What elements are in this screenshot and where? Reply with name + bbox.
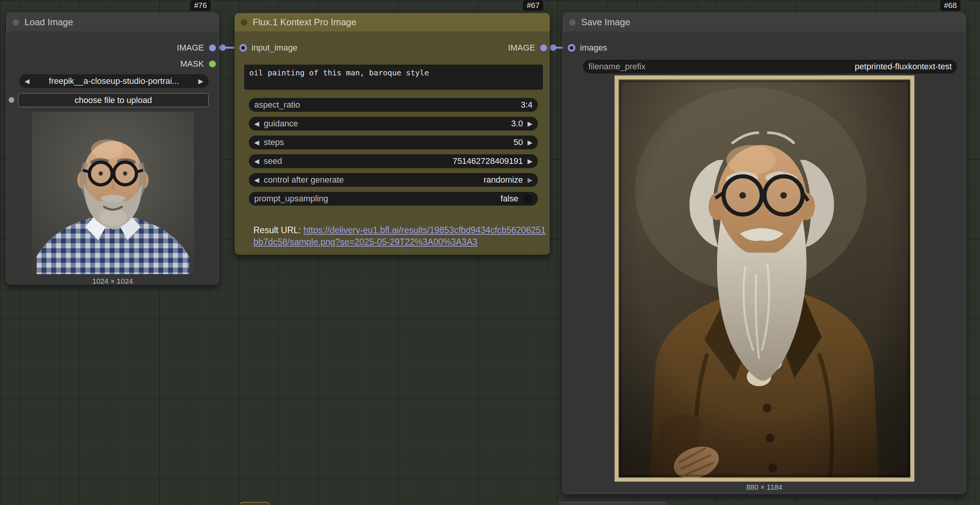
output-slot-dot-image[interactable] — [540, 44, 547, 51]
widget-value: 3.0 — [511, 119, 523, 129]
choose-file-button[interactable]: choose file to upload — [18, 93, 209, 107]
widget-guidance[interactable]: ◀ guidance 3.0 ▶ — [249, 117, 538, 131]
widget-label: aspect_ratio — [254, 100, 300, 110]
image-file-combo-widget[interactable]: ◀ freepik__a-closeup-studio-portrai... ▶ — [19, 74, 209, 88]
decrement-arrow-icon[interactable]: ◀ — [254, 121, 259, 127]
output-slot-dot-mask[interactable] — [209, 60, 216, 67]
node-save-image: Save Image images filename_prefix petpri… — [563, 13, 966, 494]
widget-label: guidance — [264, 119, 298, 129]
increment-arrow-icon[interactable]: ▶ — [528, 139, 532, 146]
widget-label: filename_prefix — [588, 62, 645, 72]
widget-label: steps — [264, 137, 284, 147]
widget-filename-prefix[interactable]: filename_prefix petprinted-fluxkontext-t… — [583, 60, 957, 74]
node-id-badge-save: #68 — [940, 0, 960, 11]
input-slot-label-input-image: input_image — [252, 42, 297, 53]
widget-value: petprinted-fluxkontext-test — [855, 62, 952, 72]
node-header-flux[interactable]: Flux.1 Kontext Pro Image — [235, 13, 550, 31]
node-title: Save Image — [581, 17, 630, 28]
widget-steps[interactable]: ◀ steps 50 ▶ — [249, 136, 538, 149]
node-title: Load Image — [24, 17, 73, 28]
prompt-textarea[interactable]: oil painting of this man, baroque style — [244, 65, 543, 90]
output-slot-label-image: IMAGE — [177, 42, 204, 53]
widget-prompt-upsampling[interactable]: prompt_upsampling false — [249, 192, 538, 206]
input-slot-label-images: images — [580, 42, 607, 53]
widget-aspect-ratio[interactable]: aspect_ratio 3:4 — [249, 98, 538, 112]
link-midpoint-dot[interactable] — [219, 44, 226, 51]
partial-node-top-edge[interactable] — [558, 502, 668, 505]
decrement-arrow-icon[interactable]: ◀ — [254, 139, 259, 146]
node-graph-canvas[interactable]: #76 #67 #68 Load Image IMAGE MASK ◀ free… — [0, 0, 980, 505]
prev-option-arrow-icon[interactable]: ◀ — [254, 177, 259, 183]
widget-value: false — [501, 194, 518, 204]
widget-label: prompt_upsampling — [254, 194, 328, 204]
input-slot-dot-input-image[interactable] — [239, 44, 247, 52]
node-header-load-image[interactable]: Load Image — [7, 13, 219, 31]
widget-label: control after generate — [264, 175, 344, 185]
widget-value: 3:4 — [521, 100, 532, 110]
collapse-dot-icon[interactable] — [569, 19, 576, 26]
next-option-arrow-icon[interactable]: ▶ — [528, 177, 532, 183]
output-slot-label-image: IMAGE — [508, 42, 535, 53]
node-flux-kontext-pro: Flux.1 Kontext Pro Image input_image IMA… — [234, 13, 550, 255]
prompt-upsampling-toggle[interactable] — [523, 194, 532, 204]
increment-arrow-icon[interactable]: ▶ — [528, 158, 532, 165]
decrement-arrow-icon[interactable]: ◀ — [254, 158, 259, 165]
result-url-prefix: Result URL: — [253, 225, 303, 235]
combo-value: freepik__a-closeup-studio-portrai... — [29, 76, 198, 86]
result-url-text: Result URL: https://delivery-eu1.bfl.ai/… — [253, 224, 548, 248]
node-header-save-image[interactable]: Save Image — [563, 13, 965, 31]
link-midpoint-dot[interactable] — [550, 44, 556, 51]
widget-value: randomize — [483, 175, 523, 185]
collapse-dot-icon[interactable] — [13, 19, 19, 26]
save-image-preview[interactable] — [614, 75, 915, 482]
widget-seed[interactable]: ◀ seed 751462728409191 ▶ — [249, 154, 538, 168]
node-load-image: Load Image IMAGE MASK ◀ freepik__a-close… — [6, 13, 219, 284]
widget-label: seed — [264, 156, 282, 166]
node-id-badge-load: #76 — [190, 0, 211, 11]
output-slot-label-mask: MASK — [180, 59, 204, 69]
combo-next-arrow-icon[interactable]: ▶ — [198, 78, 203, 85]
input-slot-dot-images[interactable] — [568, 44, 575, 52]
node-id-badge-flux: #67 — [523, 0, 543, 11]
image-dimensions-label: 1024 × 1024 — [7, 277, 219, 286]
collapse-dot-icon[interactable] — [241, 19, 247, 26]
increment-arrow-icon[interactable]: ▶ — [528, 121, 532, 127]
load-image-preview[interactable] — [32, 112, 194, 274]
output-slot-dot-image[interactable] — [209, 44, 216, 51]
widget-value: 50 — [513, 137, 523, 147]
widget-input-slot-dot[interactable] — [8, 97, 15, 103]
widget-control-after-generate[interactable]: ◀ control after generate randomize ▶ — [249, 173, 538, 187]
partial-node-top-edge[interactable] — [239, 502, 270, 505]
node-title: Flux.1 Kontext Pro Image — [253, 17, 356, 28]
image-dimensions-label: 880 × 1184 — [563, 483, 965, 492]
widget-value: 751462728409191 — [452, 156, 523, 166]
combo-prev-arrow-icon[interactable]: ◀ — [24, 78, 29, 85]
